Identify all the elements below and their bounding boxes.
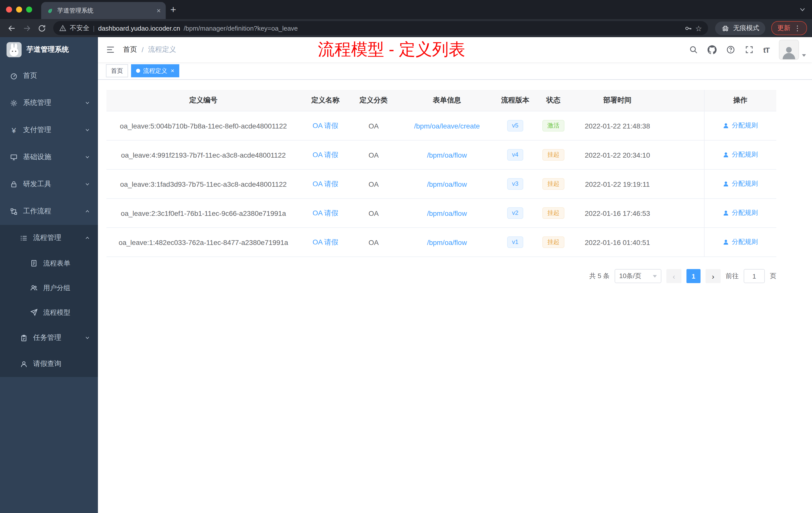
form-link[interactable]: /bpm/oa/flow [427,209,467,217]
github-icon[interactable] [707,45,717,54]
definition-name-link[interactable]: OA 请假 [313,179,339,187]
table-row: oa_leave:5:004b710b-7b8a-11ec-8ef0-acde4… [107,111,776,140]
close-window-button[interactable] [6,6,12,12]
person-icon [723,239,729,245]
not-secure-icon [59,25,66,32]
incognito-icon [721,24,730,32]
chevron-up-icon [85,209,90,214]
page-number-button[interactable]: 1 [687,269,700,283]
sidebar-item-leave-query[interactable]: 请假查询 [0,351,98,377]
user-icon [20,360,28,368]
form-link[interactable]: /bpm/oa/flow [427,180,467,188]
assign-rule-link[interactable]: 分配规则 [723,179,758,188]
bookmark-star-icon[interactable]: ☆ [695,24,702,32]
dashboard-icon [10,72,18,80]
assign-rule-link[interactable]: 分配规则 [723,121,758,130]
sidebar-item-task-mgmt[interactable]: 任务管理 [0,325,98,351]
page-size-select[interactable]: 10条/页 [615,269,661,283]
definition-id: oa_leave:3:1fad3d93-7b75-11ec-a3c8-acde4… [107,170,300,199]
list-icon [20,234,28,242]
definition-name-link[interactable]: OA 请假 [313,209,339,217]
incognito-label: 无痕模式 [733,24,759,33]
avatar[interactable] [779,40,799,60]
fullscreen-icon[interactable] [745,45,754,54]
form-link[interactable]: /bpm/oa/leave/create [414,122,480,130]
password-key-icon[interactable] [684,24,692,32]
tag-process-definition[interactable]: 流程定义 × [131,64,179,77]
font-size-icon[interactable]: tT [763,46,769,54]
browser-tab-strip: 芋道管理系统 × + [0,0,812,19]
form-link[interactable]: /bpm/oa/flow [427,238,467,246]
chevron-up-icon [85,235,90,240]
gear-icon [10,99,18,107]
sidebar-item-process-mgmt[interactable]: 流程管理 [0,225,98,251]
col-header-category: 定义分类 [350,90,397,111]
col-header-filler [661,90,704,111]
assign-rule-link[interactable]: 分配规则 [723,150,758,159]
breadcrumb-current: 流程定义 [148,45,176,54]
definition-category: OA [350,170,397,199]
tag-home[interactable]: 首页 [106,64,128,77]
help-icon[interactable] [726,45,735,54]
sidebar-item-dev-tools[interactable]: 研发工具 [0,171,98,198]
avatar-caret-icon[interactable] [802,54,806,57]
address-bar[interactable]: 不安全 | dashboard.yudao.iocoder.cn /bpm/ma… [53,21,708,35]
reload-button[interactable] [35,22,48,35]
sidebar-item-home[interactable]: 首页 [0,62,98,89]
breadcrumb-home[interactable]: 首页 [123,45,137,54]
form-link[interactable]: /bpm/oa/flow [427,151,467,159]
sidebar-item-payment-mgmt[interactable]: ¥ 支付管理 [0,117,98,144]
tag-close-icon[interactable]: × [171,67,174,74]
update-button[interactable]: 更新 ⋮ [771,21,807,35]
col-header-id: 定义编号 [107,90,300,111]
chevron-down-icon [85,127,90,132]
status-badge: 激活 [542,120,564,131]
sidebar-item-user-group[interactable]: 用户分组 [0,276,98,300]
browser-tab[interactable]: 芋道管理系统 × [41,2,166,19]
sidebar-item-process-model[interactable]: 流程模型 [0,300,98,325]
select-caret-icon [653,275,657,277]
assign-rule-link[interactable]: 分配规则 [723,209,758,218]
sidebar-item-workflow[interactable]: 工作流程 [0,198,98,225]
sidebar-item-infrastructure[interactable]: 基础设施 [0,144,98,171]
col-header-actions: 操作 [704,90,776,111]
definition-name-link[interactable]: OA 请假 [313,121,339,129]
definition-id: oa_leave:1:482ec033-762a-11ec-8477-a2380… [107,228,300,257]
security-label: 不安全 [70,24,89,33]
browser-menu-icon[interactable]: ⋮ [794,24,801,32]
forward-button[interactable] [20,22,33,35]
version-badge: v1 [507,236,523,248]
sidebar-item-system-mgmt[interactable]: 系统管理 [0,89,98,117]
breadcrumb-separator: / [142,46,144,54]
sidebar-toggle-button[interactable] [98,37,123,62]
prev-page-button[interactable]: ‹ [666,269,682,283]
chevron-down-icon [85,182,90,187]
version-badge: v4 [507,149,523,161]
next-page-button[interactable]: › [705,269,721,283]
definition-name-link[interactable]: OA 请假 [313,150,339,158]
definition-category: OA [350,140,397,170]
goto-label: 前往 [726,272,739,280]
site-favicon-icon [46,7,53,14]
lock-icon [10,180,18,188]
chevron-down-icon [85,100,90,105]
window-controls[interactable] [6,6,32,12]
definition-category: OA [350,199,397,228]
workflow-submenu: 流程管理 流程表单 用户分组 流程模型 任务管理 [0,225,98,377]
status-badge: 挂起 [542,207,564,219]
maximize-window-button[interactable] [26,6,32,12]
definition-table: 定义编号 定义名称 定义分类 表单信息 流程版本 状态 部署时间 操作 [107,90,776,257]
definition-name-link[interactable]: OA 请假 [313,238,339,246]
table-row: oa_leave:2:3c1f0ef1-76b1-11ec-9c66-a2380… [107,199,776,228]
tab-close-icon[interactable]: × [157,6,161,14]
deploy-time: 2022-01-16 01:40:51 [574,228,661,257]
sidebar-item-process-form[interactable]: 流程表单 [0,251,98,276]
sidebar-logo[interactable]: 芋道管理系统 [0,37,98,62]
back-button[interactable] [5,22,18,35]
minimize-window-button[interactable] [16,6,22,12]
tab-list-chevron-icon[interactable] [799,6,806,13]
search-icon[interactable] [689,45,698,54]
new-tab-button[interactable]: + [166,2,181,17]
assign-rule-link[interactable]: 分配规则 [723,238,758,247]
goto-page-input[interactable] [744,269,765,283]
